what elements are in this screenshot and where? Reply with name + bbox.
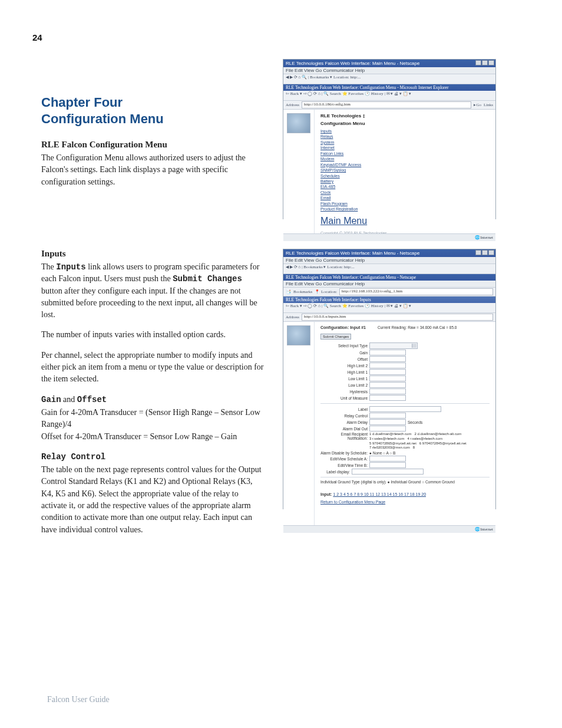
email-item: 6 9704072845@mycell.att.net (419, 442, 467, 445)
gain-code: Gain (41, 395, 61, 404)
label-input (369, 406, 441, 412)
ss1-link: System (320, 140, 490, 145)
addr-label: Address (286, 315, 299, 319)
ss2-toolbar-outer: ◀ ▶ ⟳ ⌂ | Bookmarks ▾ Location: http:... (283, 264, 495, 274)
ss1-statusbar: 🌐 Internet (283, 233, 495, 241)
email-item: 8 (413, 446, 415, 449)
ss2-titlebar: RLE Technologies Falcon Web Interface: M… (283, 249, 495, 257)
row-label: Gain (320, 351, 368, 355)
falcon-logo-icon (287, 113, 310, 133)
sched-a-input (369, 456, 406, 462)
text: The (41, 262, 56, 271)
submit-changes-code: Submit Changes (173, 274, 242, 284)
ss2-window-buttons (475, 250, 494, 255)
label-display-input (352, 469, 424, 475)
ss1-link: EIA-485 (320, 184, 490, 189)
ss1-menubar: File Edit View Go Communicator Help (283, 67, 495, 74)
ss1-link: Modem (320, 156, 490, 162)
ss1-toolbar: ◀ ▶ ⟳ ⌂ 🔍 | Bookmarks ▾ Location: http:.… (283, 74, 495, 84)
bookmarks-icon: 📑 (286, 289, 291, 294)
ss2-ie-addressbar: Address http://10.0.0.x/inputs.htm (283, 313, 495, 322)
ss1-status-text: Internet (480, 235, 493, 240)
email-item: 3 r.sales@rletech.com (369, 437, 404, 440)
label-display: Label display: (320, 470, 350, 474)
ss1-link-list: Inputs Relays System Internet Falcon Lin… (320, 129, 490, 212)
relay-body: The table on the next page represents co… (41, 464, 265, 536)
relay-control-input (369, 413, 406, 419)
links-label: Links (484, 103, 493, 107)
footer-guide-label: Falcon User Guide (47, 695, 110, 704)
chapter-title: Chapter Four Configuration Menu (41, 94, 265, 127)
email-item: 7 rle02032003@msn.com (369, 446, 410, 449)
ss1-link: Battery (320, 179, 490, 184)
input-nav-label: Input: (320, 492, 332, 496)
ss1-link: Falcon Links (320, 151, 490, 156)
section2-heading: Inputs (41, 249, 265, 259)
ss1-nested-title: RLE Technologies Falcon Web Interface: C… (283, 84, 495, 91)
low-limit1-input (369, 375, 406, 381)
row-label: Relay Control (320, 414, 368, 418)
sched-b-label: Edit/View Time B: (320, 463, 368, 467)
ss1-company: RLE Technologies ‡ (320, 113, 490, 118)
email-label: Email Recipient Notification: (320, 432, 368, 440)
maximize-icon (482, 60, 488, 65)
ss1-link: Clock (320, 190, 490, 195)
return-link: Return to Configuration Menu Page (320, 500, 490, 504)
row-label: Select Input Type (320, 344, 368, 348)
disable-label: Alarm Disable by Schedule: (320, 451, 368, 455)
gain-l1: Gain for 4-20mA Transducer = (Sensor Hig… (41, 407, 265, 431)
ss2-ie-url: http://10.0.0.x/inputs.htm (302, 314, 493, 321)
hysteresis-input (369, 388, 406, 394)
seconds-label: Seconds (408, 420, 422, 424)
section2-p2: The number of inputs varies with install… (41, 329, 265, 341)
gain-l2: Offset for 4-20mA Transducer = Sensor Lo… (41, 431, 265, 443)
section2-p1: The Inputs link allows users to program … (41, 261, 265, 321)
ss2-nested1-menubar: File Edit View Go Communicator Help (283, 281, 495, 288)
gain-input (369, 350, 406, 355)
row-label: Offset (320, 357, 368, 361)
ss1-title-text: RLE Technologies Falcon Web Interface: M… (286, 61, 419, 66)
internet-icon: 🌐 (475, 235, 480, 240)
ss1-link: Relays (320, 134, 490, 139)
screenshot-config-menu: RLE Technologies Falcon Web Interface: M… (283, 59, 496, 219)
ss2-sidebar (283, 322, 315, 525)
offset-code: Offset (77, 395, 107, 404)
email-item: 4 r.sales@rletech.com (407, 437, 442, 440)
minimize-icon (475, 60, 481, 65)
row-label: High Limit 1 (320, 370, 368, 374)
ss1-heading: Configuration Menu (320, 121, 490, 126)
ss1-window-buttons (475, 60, 494, 65)
ss1-ie-toolbar: ⇦ Back ▾ ⇨ ◯ ⟳ ⌂ | 🔍 Search ⭐ Favorites … (283, 91, 495, 101)
ss2-nested1-addressbar: 📑 Bookmarks 📍 Location: http://192.168.1… (283, 288, 495, 297)
ss2-ie-toolbar: ⇦ Back ▾ ⇨ ◯ ⟳ ⌂ | 🔍 Search ⭐ Favorites … (283, 303, 495, 313)
ss2-status-text: Internet (480, 527, 493, 532)
ss2-addr-label: Bookmarks (293, 289, 312, 294)
row-label: Label (320, 407, 368, 411)
ss1-link: Inputs (320, 129, 490, 134)
row-label: Unit of Measure (320, 396, 368, 400)
ss1-link: Flash Program (320, 201, 490, 206)
uom-input (369, 395, 406, 401)
sched-a-label: Edit/View Schedule A: (320, 457, 368, 461)
gain-heading: Gain and Offset (41, 394, 265, 406)
ss1-main-menu-link: Main Menu (320, 216, 490, 226)
email-item: 2 d.duellman@rletech-alt.com (414, 432, 461, 436)
ss1-url: http://10.0.0.186/config.htm (302, 101, 472, 108)
falcon-logo-icon (287, 325, 310, 345)
ss2-nested1-title: RLE Technologies Falcon Web Interface: C… (283, 274, 495, 281)
email-list: 1 d.duellman@rletech.com 2 d.duellman@rl… (369, 432, 467, 450)
offset-input (369, 356, 406, 362)
ss1-link: SNMP/Syslog (320, 167, 490, 173)
chapter-title-line2: Configuration Menu (41, 111, 265, 127)
relay-control-code: Relay Control (41, 452, 105, 462)
internet-icon: 🌐 (475, 527, 480, 532)
go-icon: ▸Go (474, 103, 481, 107)
text: button after they configure each input. … (41, 286, 257, 319)
chapter-title-line1: Chapter Four (41, 94, 265, 111)
ss1-link: Keypad/DTMF Access (320, 162, 490, 167)
alarm-delay-input (369, 419, 406, 425)
ss1-addr-label: Address (286, 103, 299, 107)
low-limit2-input (369, 382, 406, 388)
row-label: Low Limit 1 (320, 377, 368, 381)
alarm-dialout-input (369, 426, 406, 431)
